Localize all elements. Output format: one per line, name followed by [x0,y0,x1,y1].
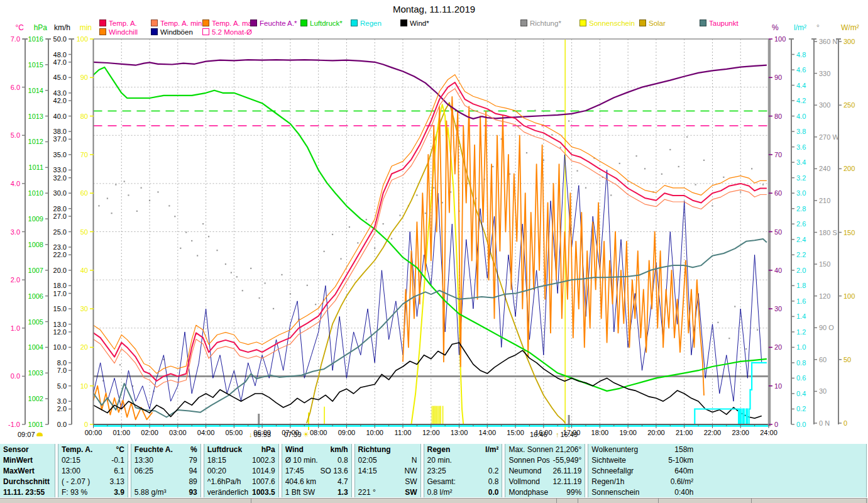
svg-text:6.0: 6.0 [11,84,20,91]
svg-text:2.0: 2.0 [796,267,806,274]
svg-text:38.0: 38.0 [53,128,67,135]
temp-row3-value: 3.9 [114,488,124,497]
temp-row1-label: 13:00 [62,467,80,475]
svg-text:15.0: 15.0 [53,305,67,312]
svg-text:60: 60 [774,189,782,197]
svg-text:2.6: 2.6 [796,220,806,228]
svg-text:4.4: 4.4 [796,82,806,89]
astro-row2-label: Neumond [508,467,541,475]
svg-text:47.0: 47.0 [53,58,67,66]
regen-row0-label: 20 min. [427,456,452,465]
svg-text:1015: 1015 [28,61,43,69]
svg-text:30: 30 [774,305,782,312]
header-temp-label: Temp. A. [62,445,92,454]
wind-row1-value: SO 13.6 [321,467,348,475]
svg-text:1008: 1008 [28,241,43,248]
svg-text:1012: 1012 [28,138,43,145]
svg-text:33.0: 33.0 [53,166,67,174]
table-panel-luftdruck: LuftdruckhPa18:151002.300:201014.9^1.6hP… [204,444,279,497]
svg-text:1002: 1002 [28,395,43,402]
wetter-row2-value: 640m [674,467,693,475]
astro-time-label: 05:53 [254,431,272,438]
svg-text:12:00: 12:00 [422,429,440,436]
richtung-row1-value: NW [405,467,417,475]
table-row-label: 11.11. 23:55 [3,488,45,497]
wetter-row2-label: Schneefallgr [591,467,634,475]
svg-text:8.0: 8.0 [57,359,67,367]
svg-text:200: 200 [843,165,855,172]
feuchte-row3-label: 5.88 g/m³ [135,488,167,497]
y-axis-min: 1009080706050403020100min [77,23,94,428]
svg-text:37.0: 37.0 [53,135,67,143]
header-temp-value: °C [116,445,124,454]
sunset-annotation: 16:46 [530,430,547,439]
svg-text:1003: 1003 [28,369,43,377]
richtung-row3-value: SW [405,488,417,497]
table-panel-astro: Max. Sonnen21,206°Sonnen Pos-55,949°Neum… [505,444,585,497]
table-panel-feuchte: Feuchte A.%13:307906:2594895.88 g/m³93 [131,444,201,497]
header-richtung-label: Richtung [358,445,391,454]
wetter-row4-label: Sonnenschein [591,488,639,497]
svg-text:1.4: 1.4 [796,312,806,320]
svg-text:90: 90 [774,74,782,81]
wetter-row0-value: 158m [674,445,693,454]
svg-text:1014: 1014 [28,87,43,94]
chart-plot-area[interactable] [94,39,769,424]
wetter-row0-label: Wolkenunterg [591,445,638,454]
astro-row0-label: Max. Sonnen [508,445,553,454]
svg-text:1010: 1010 [28,189,43,197]
luftdruck-row0-value: 1002.3 [252,456,275,465]
astro-row0-value: 21,206° [556,445,582,454]
feuchte-row0-value: 79 [189,456,197,465]
luftdruck-row2-label: ^1.6hPa/h [207,477,241,486]
svg-text:3.4: 3.4 [796,158,806,166]
svg-text:50.0: 50.0 [53,35,67,43]
regen-row1-value: 0.2 [488,467,499,475]
header-wind-label: Wind [285,445,304,454]
sunrise-annotation: 07:39☀ [284,430,309,439]
wind-row0-label: Ø 10 min. [285,456,318,465]
svg-text:100: 100 [77,35,88,43]
svg-text:120: 120 [819,292,830,300]
svg-text:180 S: 180 S [819,229,837,236]
svg-text:0.0: 0.0 [796,421,806,428]
svg-text:27.0: 27.0 [53,213,67,220]
status-segment-1 [251,498,557,503]
astro-row3-label: Vollmond [508,477,539,486]
svg-text:25.0: 25.0 [53,228,67,236]
svg-text:0.0: 0.0 [11,372,20,380]
y-axis-kmh: 50.048.047.045.043.042.040.038.037.035.0… [53,23,74,428]
svg-text:0.4: 0.4 [796,390,806,397]
svg-text:1011: 1011 [28,163,43,171]
svg-text:°C: °C [16,23,25,32]
y-axis-wm2: 300250200150100500W/m² [836,23,859,427]
table-panel-wetter: Wolkenunterg158mSichtweite5-10kmSchneefa… [588,444,867,497]
svg-text:1.0: 1.0 [796,343,806,351]
header-wind-value: km/h [331,445,348,454]
svg-text:4.2: 4.2 [796,97,806,104]
wind-row3-value: 1.3 [338,488,348,497]
luftdruck-row3-label: veränderlich [207,488,248,497]
svg-text:100: 100 [774,35,786,43]
svg-text:80: 80 [774,113,782,120]
svg-text:150: 150 [843,229,855,236]
svg-text:14:00: 14:00 [479,429,497,436]
temp-row3-label: F: 93 % [62,488,87,497]
svg-text:-1.0: -1.0 [8,421,20,428]
svg-text:90 O: 90 O [819,324,834,331]
status-segment-2 [557,498,578,503]
svg-text:20: 20 [774,343,782,351]
svg-text:7.0: 7.0 [11,35,20,43]
header-regen-value: l/m² [485,445,498,454]
svg-text:1.2: 1.2 [796,328,806,336]
svg-text:3.0: 3.0 [57,397,67,405]
svg-text:13.0: 13.0 [53,321,67,328]
status-segment-4 [659,498,752,503]
wind-row2-label: 404.6 km [285,477,316,486]
svg-text:0.8: 0.8 [796,359,806,367]
svg-text:23.0: 23.0 [53,243,67,251]
luftdruck-row1-value: 1014.9 [252,467,275,475]
feuchte-row1-label: 06:25 [135,467,153,475]
temp-row1-value: 6.1 [114,467,124,475]
svg-text:40: 40 [774,267,782,274]
